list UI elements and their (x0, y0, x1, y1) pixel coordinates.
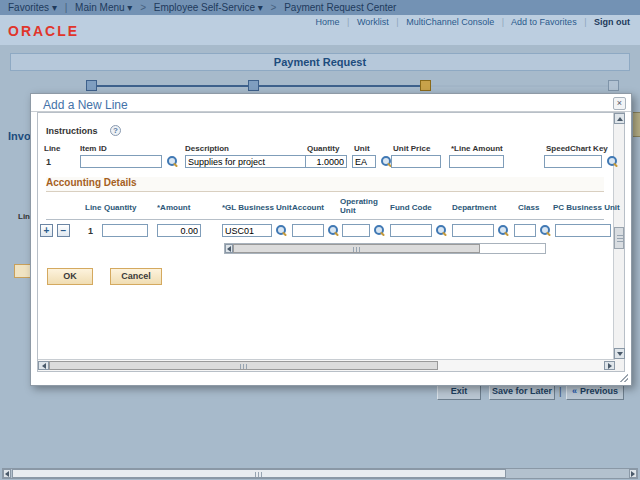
gl-business-unit-lookup-icon[interactable] (275, 225, 287, 237)
row-amount-input[interactable] (157, 224, 201, 237)
page-title: Payment Request (10, 53, 630, 71)
scroll-down-icon[interactable] (614, 348, 625, 359)
description-input[interactable] (185, 155, 313, 168)
col-class: Class (518, 203, 539, 212)
speedchart-lookup-icon[interactable] (606, 156, 618, 168)
speedchart-key-label: SpeedChart Key (546, 144, 608, 153)
scroll-left-icon[interactable] (38, 361, 49, 370)
page-horizontal-scrollbar[interactable] (2, 468, 638, 479)
col-account: Account (292, 203, 324, 212)
col-quantity: Quantity (104, 203, 136, 212)
instructions-label: Instructions (46, 126, 98, 136)
scroll-right-icon[interactable] (604, 361, 615, 370)
close-icon[interactable]: × (613, 97, 626, 110)
col-operating-unit: Operating Unit (340, 197, 380, 215)
class-lookup-icon[interactable] (539, 225, 551, 237)
scrollbar-grip-icon (353, 247, 361, 252)
row-quantity-input[interactable] (102, 224, 148, 237)
train-step-2[interactable] (248, 80, 259, 91)
item-id-input[interactable] (80, 155, 162, 168)
multichannel-console-link[interactable]: MultiChannel Console (406, 17, 494, 27)
department-lookup-icon[interactable] (497, 225, 509, 237)
col-department: Department (452, 203, 496, 212)
scrollbar-grip-icon (240, 364, 248, 369)
operating-unit-lookup-icon[interactable] (373, 225, 385, 237)
unit-input[interactable] (352, 155, 376, 168)
unit-price-input[interactable] (391, 155, 441, 168)
scroll-left-icon[interactable] (3, 469, 11, 478)
breadcrumb-separator: > (271, 2, 277, 13)
line-column-label: Line (44, 144, 60, 153)
oracle-logo: ORACLE (8, 23, 79, 39)
quantity-label: Quantity (307, 144, 339, 153)
scrollbar-grip-icon (617, 235, 623, 242)
dialog-scrollbar-thumb[interactable] (614, 227, 624, 249)
col-fund-code: Fund Code (390, 203, 432, 212)
dialog-vertical-scrollbar[interactable] (613, 113, 624, 371)
breadcrumb-separator: | (65, 2, 68, 13)
chevron-down-icon: ▾ (127, 2, 132, 13)
description-label: Description (185, 144, 229, 153)
help-icon[interactable]: ? (110, 125, 121, 136)
sign-out-link[interactable]: Sign out (594, 17, 630, 27)
col-pc-business-unit: PC Business Unit (553, 203, 620, 212)
train-step-1[interactable] (86, 80, 97, 91)
quantity-input[interactable] (305, 155, 347, 168)
header-links: Home | Worklist | MultiChannel Console |… (316, 17, 630, 27)
remove-row-button[interactable]: − (57, 224, 70, 237)
row-gl-business-unit-input[interactable] (222, 224, 272, 237)
row-department-input[interactable] (452, 224, 494, 237)
item-id-lookup-icon[interactable] (166, 156, 178, 168)
footer-separator: | (559, 386, 562, 397)
col-gl-business-unit: *GL Business Unit (222, 203, 292, 212)
chevron-down-icon: ▾ (52, 2, 57, 13)
train-step-3-current[interactable] (420, 80, 431, 91)
row-operating-unit-input[interactable] (342, 224, 370, 237)
line-amount-label: *Line Amount (451, 144, 503, 153)
speedchart-key-input[interactable] (544, 155, 602, 168)
train-line-todo (431, 85, 611, 87)
line-amount-input[interactable] (449, 155, 504, 168)
accounting-details-header: Accounting Details (46, 177, 604, 192)
item-id-label: Item ID (80, 144, 107, 153)
add-row-button[interactable]: + (40, 224, 53, 237)
scroll-left-icon[interactable] (225, 244, 233, 253)
worklist-link[interactable]: Worklist (357, 17, 389, 27)
background-panel-fragment (633, 112, 640, 137)
add-new-line-dialog: Add a New Line × Instructions ? Line Ite… (30, 93, 632, 386)
grid-scrollbar-thumb[interactable] (233, 244, 480, 253)
dialog-title: Add a New Line (43, 98, 128, 112)
breadcrumb-main-menu[interactable]: Main Menu ▾ (75, 2, 132, 13)
row-line-number: 1 (88, 226, 93, 236)
row-pc-business-unit-input[interactable] (555, 224, 611, 237)
chevron-down-icon: ▾ (258, 2, 263, 13)
breadcrumb-employee-self-service[interactable]: Employee Self-Service ▾ (154, 2, 263, 13)
scrollbar-grip-icon (255, 472, 263, 477)
dialog-content: Instructions ? Line Item ID Description … (37, 112, 625, 372)
page-scrollbar-thumb[interactable] (12, 469, 506, 478)
home-link[interactable]: Home (316, 17, 340, 27)
unit-price-label: Unit Price (393, 144, 430, 153)
cancel-button[interactable]: Cancel (110, 268, 162, 285)
breadcrumb-separator: > (140, 2, 146, 13)
add-to-favorites-link[interactable]: Add to Favorites (511, 17, 577, 27)
dialog-hscrollbar-thumb[interactable] (49, 361, 438, 370)
ok-button[interactable]: OK (47, 268, 93, 285)
grid-horizontal-scrollbar[interactable] (224, 243, 546, 254)
account-lookup-icon[interactable] (327, 225, 339, 237)
scroll-up-icon[interactable] (614, 113, 625, 124)
row-fund-code-input[interactable] (390, 224, 432, 237)
grid-header-divider (46, 219, 604, 220)
line-number: 1 (46, 157, 51, 167)
scroll-right-icon[interactable] (629, 469, 637, 478)
col-amount: *Amount (157, 203, 190, 212)
resize-grip-icon[interactable] (620, 374, 628, 382)
row-account-input[interactable] (292, 224, 324, 237)
row-class-input[interactable] (514, 224, 536, 237)
breadcrumb-payment-request-center[interactable]: Payment Request Center (284, 2, 396, 13)
fund-code-lookup-icon[interactable] (435, 225, 447, 237)
breadcrumb-favorites[interactable]: Favorites ▾ (8, 2, 57, 13)
application-window: Favorites ▾ | Main Menu ▾ > Employee Sel… (0, 0, 640, 480)
train-step-4[interactable] (608, 80, 619, 91)
dialog-horizontal-scrollbar[interactable] (38, 359, 615, 371)
